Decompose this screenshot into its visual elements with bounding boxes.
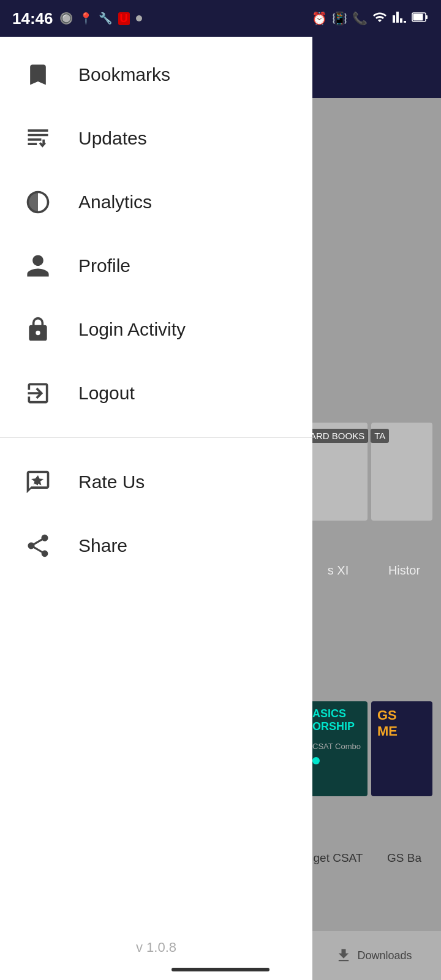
lock-icon <box>22 314 54 345</box>
battery-icon <box>412 10 429 27</box>
analytics-icon <box>22 186 54 218</box>
bg-book-4: GSME <box>371 701 432 796</box>
bg-top-banner <box>306 37 441 98</box>
notification-icon-2: 📍 <box>79 12 92 25</box>
rate-us-label: Rate Us <box>78 472 145 492</box>
updates-label: Updates <box>78 128 147 149</box>
svg-rect-2 <box>413 14 423 21</box>
book-title-3: get CSAT <box>306 851 370 865</box>
notification-dot <box>136 15 142 21</box>
menu-item-bookmarks[interactable]: Bookmarks <box>0 43 312 107</box>
signal-icon <box>392 10 407 27</box>
wifi-icon <box>372 10 387 27</box>
logout-icon <box>22 377 54 409</box>
menu-item-updates[interactable]: Updates <box>0 107 312 170</box>
book-tags: ARD BOOKS TA <box>306 429 440 443</box>
profile-icon <box>22 250 54 282</box>
book-titles-row1: s XI Histor <box>306 564 440 578</box>
menu-item-logout[interactable]: Logout <box>0 361 312 425</box>
downloads-bar: Downloads <box>306 931 441 980</box>
menu-item-analytics[interactable]: Analytics <box>0 170 312 234</box>
menu-item-profile[interactable]: Profile <box>0 234 312 298</box>
primary-menu-section: Bookmarks Updates Analytics <box>0 37 312 431</box>
menu-divider <box>0 437 312 438</box>
updates-icon <box>22 123 54 154</box>
book-title-4: GS Ba <box>372 851 436 865</box>
login-activity-label: Login Activity <box>78 319 186 340</box>
notification-icon-1: 🔘 <box>59 12 73 25</box>
svg-rect-1 <box>426 15 428 19</box>
status-bar-right: ⏰ 📳 📞 <box>312 10 429 27</box>
book-title-2: Histor <box>372 564 436 578</box>
share-icon <box>22 530 54 562</box>
menu-item-login-activity[interactable]: Login Activity <box>0 298 312 361</box>
drawer-spacer <box>0 584 312 921</box>
downloads-label: Downloads <box>357 949 412 962</box>
bg-books-row2: ASICSORSHIP CSAT Combo GSME <box>306 701 441 799</box>
logout-label: Logout <box>78 383 135 404</box>
time-display: 14:46 <box>12 9 53 28</box>
share-label: Share <box>78 535 127 556</box>
secondary-menu-section: Rate Us Share <box>0 444 312 584</box>
alarm-icon: ⏰ <box>312 11 327 26</box>
tag-1: ARD BOOKS <box>306 429 368 443</box>
analytics-label: Analytics <box>78 192 152 213</box>
status-bar-left: 14:46 🔘 📍 🔧 U <box>12 9 142 28</box>
menu-item-share[interactable]: Share <box>0 514 312 578</box>
navigation-drawer: Bookmarks Updates Analytics <box>0 37 312 980</box>
bookmark-icon <box>22 59 54 91</box>
status-bar: 14:46 🔘 📍 🔧 U ⏰ 📳 📞 <box>0 0 441 37</box>
book-titles-row2: get CSAT GS Ba <box>306 851 440 865</box>
bg-book-3: ASICSORSHIP CSAT Combo <box>306 701 368 796</box>
tag-2: TA <box>371 429 389 443</box>
home-indicator <box>172 968 270 971</box>
bookmarks-label: Bookmarks <box>78 64 170 85</box>
notification-icon-3: 🔧 <box>99 12 112 25</box>
call-icon: 📞 <box>352 11 368 26</box>
book-title-1: s XI <box>306 564 370 578</box>
rate-icon <box>22 466 54 498</box>
menu-item-rate-us[interactable]: Rate Us <box>0 450 312 514</box>
vibrate-icon: 📳 <box>332 11 347 26</box>
notification-icon-4: U <box>118 12 130 25</box>
profile-label: Profile <box>78 255 130 276</box>
